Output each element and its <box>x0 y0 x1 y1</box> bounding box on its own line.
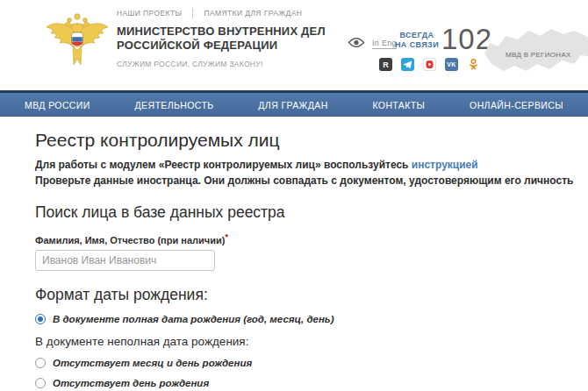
main-navigation: МВД РОССИИ ДЕЯТЕЛЬНОСТЬ ДЛЯ ГРАЖДАН КОНТ… <box>0 90 588 117</box>
radio-button-unchecked[interactable] <box>35 358 46 368</box>
search-section-heading: Поиск лица в базе данных реестра <box>35 203 588 222</box>
radio-full-birth-date[interactable]: В документе полная дата рождения (год, м… <box>35 314 588 324</box>
page-title: Реестр контролируемых лиц <box>35 129 588 151</box>
nav-activity[interactable]: ДЕЯТЕЛЬНОСТЬ <box>135 100 214 110</box>
radio-no-day[interactable]: Отсутствует день рождения <box>35 378 588 388</box>
regions-label: МВД В РЕГИОНАХ <box>506 51 571 59</box>
intro-prefix: Для работы с модулем «Реестр контролируе… <box>35 159 408 171</box>
nav-contacts[interactable]: КОНТАКТЫ <box>372 100 425 110</box>
always-in-touch-label: ВСЕГДА НА СВЯЗИ <box>394 31 440 50</box>
intro-line-2: Проверьте данные иностранца. Они должны … <box>35 173 588 188</box>
main-content: Реестр контролируемых лиц Для работы с м… <box>0 117 588 391</box>
ministry-title-line2: РОССИЙСКОЙ ФЕДЕРАЦИИ <box>117 39 326 53</box>
link-citizen-memos[interactable]: ПАМЯТКИ ДЛЯ ГРАЖДАН <box>204 9 302 18</box>
vk-icon[interactable]: VK <box>445 58 458 71</box>
telegram-icon[interactable] <box>401 58 414 71</box>
top-links-divider <box>192 8 193 18</box>
header-top-links: НАШИ ПРОЕКТЫ ПАМЯТКИ ДЛЯ ГРАЖДАН <box>117 8 302 18</box>
always-line1: ВСЕГДА <box>394 31 440 40</box>
radio-button-checked[interactable] <box>35 314 46 324</box>
nav-online-services[interactable]: ОНЛАЙН-СЕРВИСЫ <box>470 100 563 110</box>
incomplete-date-label: В документе неполная дата рождения: <box>35 335 588 348</box>
mvd-emblem-logo[interactable] <box>42 11 112 84</box>
mvd-in-regions-map[interactable]: МВД В РЕГИОНАХ <box>483 24 588 87</box>
social-links: R VK <box>379 58 480 71</box>
radio-button-unchecked[interactable] <box>35 378 46 388</box>
nav-for-citizens[interactable]: ДЛЯ ГРАЖДАН <box>258 100 327 110</box>
name-label-text: Фамилия, Имя, Отчество (при наличии) <box>35 235 225 245</box>
full-name-input[interactable] <box>35 250 215 271</box>
intro-text: Для работы с модулем «Реестр контролируе… <box>35 157 588 188</box>
site-header: НАШИ ПРОЕКТЫ ПАМЯТКИ ДЛЯ ГРАЖДАН МИНИСТЕ… <box>0 0 588 90</box>
name-field-label: Фамилия, Имя, Отчество (при наличии)* <box>35 232 588 245</box>
radio-full-birth-date-label: В документе полная дата рождения (год, м… <box>53 314 334 324</box>
eagle-emblem-icon <box>42 11 112 81</box>
radio-no-month-day-label: Отсутствует месяц и день рождения <box>53 358 252 368</box>
radio-no-day-label: Отсутствует день рождения <box>53 378 209 388</box>
link-our-projects[interactable]: НАШИ ПРОЕКТЫ <box>117 9 182 18</box>
accessibility-eye-icon[interactable] <box>348 36 365 52</box>
rutube-icon[interactable]: R <box>379 58 392 71</box>
dob-format-heading: Формат даты рождения: <box>35 286 588 304</box>
nav-mvd-russia[interactable]: МВД РОССИИ <box>25 100 90 110</box>
ministry-title: МИНИСТЕРСТВО ВНУТРЕННИХ ДЕЛ РОССИЙСКОЙ Ф… <box>117 25 326 53</box>
always-line2: НА СВЯЗИ <box>394 40 440 50</box>
radio-no-month-day[interactable]: Отсутствует месяц и день рождения <box>35 358 588 368</box>
ministry-title-line1: МИНИСТЕРСТВО ВНУТРЕННИХ ДЕЛ <box>117 25 326 39</box>
required-asterisk: * <box>225 232 228 241</box>
language-switch-link[interactable]: In Eng <box>372 39 397 49</box>
ministry-slogan: СЛУЖИМ РОССИИ, СЛУЖИМ ЗАКОНУ! <box>117 60 263 68</box>
instruction-link[interactable]: инструкцией <box>412 159 478 171</box>
intro-line-1: Для работы с модулем «Реестр контролируе… <box>35 157 588 173</box>
youtube-icon[interactable] <box>423 58 436 71</box>
odnoklassniki-icon[interactable] <box>467 58 480 71</box>
